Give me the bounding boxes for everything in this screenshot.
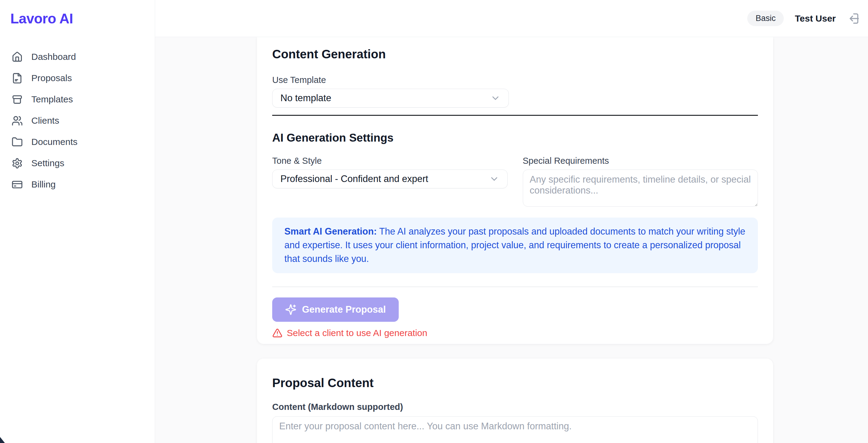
special-requirements-column: Special Requirements — [523, 156, 758, 208]
use-template-value: No template — [280, 93, 331, 104]
sidebar-item-documents[interactable]: Documents — [5, 131, 149, 152]
plan-badge: Basic — [747, 11, 784, 26]
chevron-down-icon — [489, 174, 499, 184]
sidebar-item-label: Dashboard — [31, 52, 76, 62]
proposal-content-title: Proposal Content — [272, 359, 758, 390]
tone-style-value: Professional - Confident and expert — [280, 173, 428, 184]
sidebar-item-dashboard[interactable]: Dashboard — [5, 46, 149, 67]
client-warning: Select a client to use AI generation — [272, 328, 758, 338]
content-generation-card: Content Generation Use Template No templ… — [257, 37, 773, 344]
special-requirements-label: Special Requirements — [523, 156, 758, 166]
sidebar-item-label: Settings — [31, 158, 64, 168]
chevron-down-icon — [490, 93, 501, 103]
home-icon — [11, 52, 23, 63]
proposal-content-card: Proposal Content Content (Markdown suppo… — [257, 359, 773, 443]
sidebar-item-clients[interactable]: Clients — [5, 110, 149, 131]
section-divider-dark — [272, 115, 758, 116]
gear-icon — [11, 158, 23, 169]
folder-icon — [11, 136, 23, 148]
credit-card-icon — [11, 179, 23, 190]
sidebar-item-templates[interactable]: Templates — [5, 89, 149, 110]
logout-button[interactable] — [847, 11, 861, 26]
app-root: Lavoro AI Dashboard Proposals Templates … — [0, 0, 868, 443]
sidebar-item-label: Templates — [31, 94, 73, 104]
ai-settings-grid: Tone & Style Professional - Confident an… — [272, 156, 758, 208]
sidebar-item-settings[interactable]: Settings — [5, 152, 149, 174]
sidebar-item-label: Proposals — [31, 73, 72, 83]
archive-icon — [11, 94, 23, 105]
triangle-alert-icon — [272, 328, 283, 338]
sidebar-item-proposals[interactable]: Proposals — [5, 67, 149, 89]
users-icon — [11, 115, 23, 126]
tone-style-label: Tone & Style — [272, 156, 507, 166]
generate-proposal-button[interactable]: Generate Proposal — [272, 298, 399, 322]
sidebar-item-label: Clients — [31, 115, 59, 126]
top-bar: Basic Test User — [155, 0, 868, 37]
sidebar-item-label: Billing — [31, 179, 56, 190]
main-content: Content Generation Use Template No templ… — [155, 37, 868, 443]
sidebar-item-label: Documents — [31, 137, 78, 147]
file-text-icon — [11, 73, 23, 84]
tone-style-select[interactable]: Professional - Confident and expert — [272, 170, 507, 189]
info-box-lead: Smart AI Generation: — [284, 226, 377, 236]
use-template-select[interactable]: No template — [272, 89, 509, 108]
sidebar: Lavoro AI Dashboard Proposals Templates … — [0, 0, 155, 443]
sidebar-item-billing[interactable]: Billing — [5, 174, 149, 195]
tone-column: Tone & Style Professional - Confident an… — [272, 156, 507, 208]
content-generation-title: Content Generation — [272, 37, 758, 61]
section-divider-light — [272, 286, 758, 287]
sidebar-nav: Dashboard Proposals Templates Clients Do… — [0, 46, 155, 195]
smart-ai-info-box: Smart AI Generation: The AI analyzes you… — [272, 217, 758, 273]
proposal-content-input[interactable] — [272, 416, 758, 443]
use-template-label: Use Template — [272, 75, 758, 85]
app-logo: Lavoro AI — [0, 0, 155, 27]
content-markdown-label: Content (Markdown supported) — [272, 402, 758, 412]
sparkles-icon — [285, 304, 297, 315]
client-warning-text: Select a client to use AI generation — [287, 328, 427, 338]
generate-proposal-label: Generate Proposal — [302, 304, 386, 315]
special-requirements-input[interactable] — [523, 170, 758, 207]
ai-settings-title: AI Generation Settings — [272, 132, 758, 144]
user-name: Test User — [795, 13, 836, 24]
logout-icon — [847, 11, 861, 26]
